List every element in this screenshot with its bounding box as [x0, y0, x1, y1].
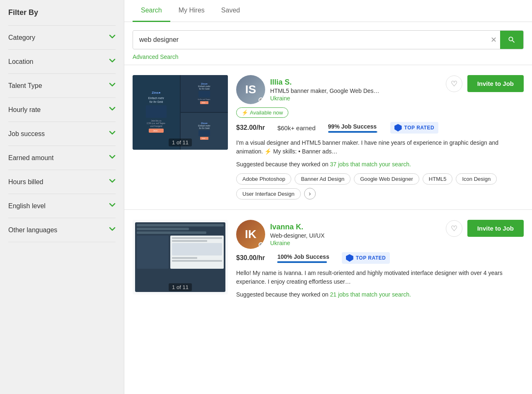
card-info: IK Ivanna K. Web-designer, UI/UX Ukraine…	[236, 220, 524, 304]
result-card-ivanna: 1 of 11 IK Ivanna K. Web-designer, UI/UX…	[124, 209, 532, 314]
stats-row: $30.00/hr 100% Job Success TOP RATED	[236, 252, 524, 264]
card-actions: ♡ Invite to Job	[446, 75, 524, 92]
save-freelancer-button[interactable]: ♡	[446, 220, 462, 237]
filter-item-location[interactable]: Location	[8, 50, 116, 74]
advanced-search-link[interactable]: Advanced Search	[133, 54, 179, 60]
filter-item-other-languages[interactable]: Other languages	[8, 218, 116, 242]
shield-icon	[394, 124, 402, 131]
portfolio-thumbnail[interactable]: Zins● Einfach mehrfür Ihr Geld Jetzt bis…	[133, 75, 228, 150]
chevron-icon-location	[109, 57, 116, 66]
chevron-icon-other-languages	[109, 226, 116, 234]
portfolio-thumbnail[interactable]: 1 of 11	[133, 220, 228, 294]
skill-tag: Icon Design	[456, 173, 497, 185]
job-success-label: 100% Job Success	[277, 253, 329, 260]
more-skills-button[interactable]: ›	[304, 188, 316, 199]
earned-stat: $60k+ earned	[277, 124, 315, 131]
card-header: IK Ivanna K. Web-designer, UI/UX Ukraine…	[236, 220, 524, 249]
card-inner: Zins● Einfach mehrfür Ihr Geld Jetzt bis…	[133, 75, 524, 199]
top-rated-badge: TOP RATED	[342, 252, 390, 264]
tab-saved[interactable]: Saved	[213, 0, 248, 22]
portfolio-count: 1 of 11	[169, 283, 192, 291]
filter-label-category: Category	[8, 34, 35, 41]
search-section: ✕ Advanced Search	[124, 22, 532, 65]
freelancer-title: Web-designer, UI/UX	[270, 232, 324, 239]
invite-to-job-button[interactable]: Invite to Job	[467, 220, 524, 237]
results-container: Zins● Einfach mehrfür Ihr Geld Jetzt bis…	[124, 65, 532, 314]
online-status-dot	[259, 242, 264, 247]
card-info: IS Illia S. HTML5 banner maker, Google W…	[236, 75, 524, 199]
tab-search[interactable]: Search	[133, 0, 170, 22]
search-button[interactable]	[500, 31, 523, 49]
suggested-text: Suggested because they worked on 21 jobs…	[236, 291, 524, 298]
filter-label-hourly-rate: Hourly rate	[8, 106, 41, 114]
invite-to-job-button[interactable]: Invite to Job	[467, 75, 524, 92]
chevron-icon-hours-billed	[109, 178, 116, 186]
filter-label-hours-billed: Hours billed	[8, 178, 43, 186]
filter-label-english-level: English level	[8, 202, 46, 210]
hourly-rate-stat: $30.00/hr	[236, 254, 265, 262]
freelancer-name[interactable]: Illia S.	[270, 78, 380, 87]
stats-row: $32.00/hr $60k+ earned 99% Job Success T…	[236, 122, 524, 134]
freelancer-title: HTML5 banner maker, Google Web Des…	[270, 88, 380, 94]
job-success-bar: 100% Job Success	[277, 253, 329, 263]
search-input[interactable]	[133, 31, 487, 49]
skill-tag: Adobe Photoshop	[236, 173, 291, 185]
available-badge: ⚡ Available now	[236, 107, 288, 118]
card-bio: I'm a visual designer and HTML5 banner m…	[236, 139, 524, 156]
result-card-illia: Zins● Einfach mehrfür Ihr Geld Jetzt bis…	[124, 65, 532, 209]
skill-tag: User Interface Design	[236, 188, 301, 199]
freelancer-name[interactable]: Ivanna K.	[270, 223, 324, 231]
filter-item-english-level[interactable]: English level	[8, 194, 116, 218]
job-success-track	[328, 131, 378, 133]
bolt-icon: ⚡	[242, 109, 248, 116]
filter-label-location: Location	[8, 58, 34, 66]
filter-label-talent-type: Talent Type	[8, 82, 42, 90]
suggested-text: Suggested because they worked on 37 jobs…	[236, 161, 524, 168]
avatar-illia: IS	[236, 75, 265, 104]
search-icon	[508, 36, 516, 44]
top-rated-label: TOP RATED	[404, 125, 435, 131]
tab-my-hires[interactable]: My Hires	[170, 0, 213, 22]
freelancer-location: Ukraine	[270, 240, 324, 246]
filter-item-talent-type[interactable]: Talent Type	[8, 74, 116, 98]
card-actions: ♡ Invite to Job	[446, 220, 524, 237]
chevron-icon-job-success	[109, 129, 116, 138]
job-success-track	[277, 261, 327, 263]
online-status-dot	[259, 97, 264, 102]
chevron-icon-talent-type	[109, 81, 116, 90]
job-success-bar: 99% Job Success	[328, 123, 378, 133]
filter-item-job-success[interactable]: Job success	[8, 122, 116, 146]
filter-label-job-success: Job success	[8, 130, 45, 138]
filter-sidebar: Filter By Category Location Talent Type …	[0, 0, 124, 394]
skill-tag: HTML5	[423, 173, 453, 185]
top-rated-badge: TOP RATED	[390, 122, 439, 134]
skill-tag: Google Web Designer	[354, 173, 419, 185]
filter-label-earned-amount: Earned amount	[8, 154, 53, 162]
job-success-label: 99% Job Success	[328, 123, 378, 130]
card-header-left: IK Ivanna K. Web-designer, UI/UX Ukraine	[236, 220, 324, 249]
skill-tag: Banner Ad Design	[295, 173, 351, 185]
filter-item-hours-billed[interactable]: Hours billed	[8, 170, 116, 194]
filter-label-other-languages: Other languages	[8, 226, 57, 234]
available-label: Available now	[250, 109, 283, 116]
card-name-section: Illia S. HTML5 banner maker, Google Web …	[270, 78, 380, 102]
filter-item-earned-amount[interactable]: Earned amount	[8, 146, 116, 170]
chevron-icon-category	[109, 33, 116, 42]
avatar-ivanna: IK	[236, 220, 265, 249]
filter-item-category[interactable]: Category	[8, 25, 116, 50]
skills-row: Adobe PhotoshopBanner Ad DesignGoogle We…	[236, 173, 524, 199]
card-name-section: Ivanna K. Web-designer, UI/UX Ukraine	[270, 223, 324, 246]
hourly-rate-stat: $32.00/hr	[236, 124, 265, 131]
portfolio-count: 1 of 11	[169, 139, 192, 146]
tabs-bar: Search My Hires Saved	[124, 0, 532, 22]
clear-search-icon[interactable]: ✕	[487, 32, 500, 48]
job-success-fill	[328, 131, 377, 133]
card-header: IS Illia S. HTML5 banner maker, Google W…	[236, 75, 524, 104]
suggested-jobs-link[interactable]: 37 jobs that match your search.	[330, 161, 411, 168]
freelancer-location: Ukraine	[270, 95, 380, 102]
chevron-icon-english-level	[109, 202, 116, 210]
save-freelancer-button[interactable]: ♡	[446, 75, 462, 92]
card-bio: Hello! My name is Ivanna. I am result-or…	[236, 269, 524, 286]
suggested-jobs-link[interactable]: 21 jobs that match your search.	[330, 291, 411, 298]
filter-item-hourly-rate[interactable]: Hourly rate	[8, 98, 116, 122]
